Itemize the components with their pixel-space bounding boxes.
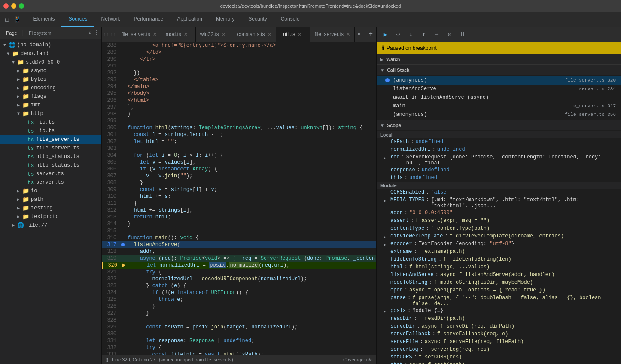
sidebar-item-http-status-1[interactable]: ts http_status.ts bbox=[0, 152, 101, 161]
file-tab-nav[interactable]: ⬚ ⬚ bbox=[102, 27, 117, 42]
sidebar-more-icon[interactable]: » bbox=[89, 30, 92, 36]
sidebar-item-file[interactable]: ▶ 🌐 file:// bbox=[0, 221, 101, 230]
scope-modeToString[interactable]: modeToString : f modeToString(isDir, may… bbox=[377, 279, 621, 287]
tab-performance[interactable]: Performance bbox=[127, 12, 170, 27]
scope-serveFallback[interactable]: serveFallback : f serveFallback(req, e) bbox=[377, 331, 621, 338]
file-tab-file-server-2[interactable]: file_server.ts ✕ bbox=[310, 27, 355, 42]
close-icon[interactable]: ✕ bbox=[298, 32, 301, 37]
step-over-button[interactable]: ⤻ bbox=[393, 29, 403, 39]
scope-fileLenToString[interactable]: fileLenToString : f fileLenToString(len) bbox=[377, 256, 621, 264]
tab-security[interactable]: Security bbox=[241, 12, 274, 27]
tab-console[interactable]: Console bbox=[274, 12, 307, 27]
new-tab-button[interactable]: + bbox=[365, 27, 376, 42]
scope-MEDIA_TYPES[interactable]: ▶ MEDIA_TYPES : {.md: "text/markdown", .… bbox=[377, 197, 621, 209]
sidebar-item-http-status-2[interactable]: ts http_status.ts bbox=[0, 161, 101, 170]
file-tab-file-server-1[interactable]: file_server.ts ✕ bbox=[117, 27, 161, 42]
scope-header[interactable]: ▼ Scope bbox=[377, 120, 621, 130]
tab-network[interactable]: Network bbox=[94, 12, 127, 27]
call-stack-item-1[interactable]: listenAndServe server.ts:284 bbox=[377, 85, 621, 93]
sidebar-item-io-ts-1[interactable]: ts _io.ts bbox=[0, 118, 101, 127]
call-stack-item-4[interactable]: (anonymous) file_server.ts:356 bbox=[377, 110, 621, 119]
scope-parse[interactable]: parse : f parse(args, { "--": doubleDash… bbox=[377, 294, 621, 307]
close-icon[interactable]: ✕ bbox=[153, 32, 157, 37]
scope-setCORS[interactable]: setCORS : f setCORS(res) bbox=[377, 354, 621, 361]
sidebar-item-io-ts-2[interactable]: ts _io.ts bbox=[0, 127, 101, 135]
sidebar-tab-filesystem[interactable]: Filesystem bbox=[24, 30, 56, 36]
scope-this[interactable]: this : undefined bbox=[377, 174, 621, 182]
scope-contentType[interactable]: contentType : f contentType(path) bbox=[377, 225, 621, 233]
scope-serveFile[interactable]: serveFile : async f serveFile(req, fileP… bbox=[377, 338, 621, 346]
close-button[interactable] bbox=[3, 3, 9, 9]
tab-elements[interactable]: Elements bbox=[26, 12, 61, 27]
close-icon[interactable]: ✕ bbox=[184, 32, 188, 37]
sidebar-item-path[interactable]: ▶ 📁 path bbox=[0, 195, 101, 204]
scope-listenAndServe[interactable]: listenAndServe : async f listenAndServe(… bbox=[377, 271, 621, 279]
sidebar-item-flags[interactable]: ▶ 📁 flags bbox=[0, 92, 101, 101]
step-button[interactable]: → bbox=[432, 29, 442, 39]
file-tab-util[interactable]: _util.ts ✕ bbox=[276, 27, 310, 42]
call-stack-header[interactable]: ▼ Call Stack bbox=[377, 65, 621, 75]
tab-application[interactable]: Application bbox=[170, 12, 209, 27]
sidebar-item-fmt[interactable]: ▶ 📁 fmt bbox=[0, 101, 101, 109]
scope-serveDir[interactable]: serveDir : async f serveDir(req, dirPath… bbox=[377, 323, 621, 331]
sidebar-item-server-2[interactable]: ts server.ts bbox=[0, 178, 101, 187]
scope-stat[interactable]: stat : async f stat(path) bbox=[377, 361, 621, 364]
scope-open[interactable]: open : async f open(path, options = { re… bbox=[377, 287, 621, 294]
scope-assert[interactable]: assert : f assert(expr, msg = "") bbox=[377, 217, 621, 225]
sidebar-item-bytes[interactable]: ▶ 📁 bytes bbox=[0, 75, 101, 84]
scope-addr[interactable]: addr : "0.0.0.0:4500" bbox=[377, 209, 621, 217]
scope-html[interactable]: html : f html(strings, ...values) bbox=[377, 264, 621, 271]
scope-normalizedUrl[interactable]: normalizedUrl : undefined bbox=[377, 146, 621, 154]
code-editor[interactable]: 288 <a href="${entry.url}">${entry.name}… bbox=[102, 42, 376, 355]
call-stack-item-3[interactable]: main file_server.ts:317 bbox=[377, 102, 621, 110]
sidebar-item-denoland[interactable]: ▼ 📁 deno.land bbox=[0, 49, 101, 58]
scope-response[interactable]: response : undefined bbox=[377, 167, 621, 174]
sidebar-item-textproto[interactable]: ▶ 📁 textproto bbox=[0, 212, 101, 221]
sidebar-item-testing[interactable]: ▶ 📁 testing bbox=[0, 204, 101, 212]
sidebar-item-io[interactable]: ▶ 📁 io bbox=[0, 187, 101, 195]
mobile-icon[interactable]: 📱 bbox=[12, 15, 23, 24]
close-icon[interactable]: ✕ bbox=[222, 32, 225, 37]
scope-readDir[interactable]: readDir : f readDir(path) bbox=[377, 315, 621, 323]
sidebar-tab-page[interactable]: Page bbox=[2, 30, 21, 36]
nav-more-icon[interactable]: ⋮ bbox=[609, 12, 621, 27]
inspect-icon[interactable]: ⬚ bbox=[3, 15, 10, 24]
pause-on-exceptions-button[interactable]: ⏸ bbox=[457, 29, 468, 39]
scope-encoder[interactable]: ▶ encoder : TextEncoder {encoding: "utf-… bbox=[377, 240, 621, 248]
file-tab-constants[interactable]: _constants.ts ✕ bbox=[230, 27, 276, 42]
sidebar-item-encoding[interactable]: ▶ 📁 encoding bbox=[0, 84, 101, 92]
scope-extname[interactable]: extname : f extname(path) bbox=[377, 248, 621, 256]
file-tab-mod[interactable]: mod.ts ✕ bbox=[161, 27, 196, 42]
sidebar-controls-icon[interactable]: ⋮ bbox=[94, 29, 100, 36]
watch-header[interactable]: ▶ Watch bbox=[377, 54, 621, 64]
tab-sources[interactable]: Sources bbox=[61, 12, 94, 27]
window-controls[interactable] bbox=[3, 3, 24, 9]
close-icon[interactable]: ✕ bbox=[268, 32, 271, 37]
sidebar-item-http[interactable]: ▼ 📁 http bbox=[0, 109, 101, 118]
minimize-button[interactable] bbox=[11, 3, 16, 9]
file-tab-win32[interactable]: win32.ts ✕ bbox=[196, 27, 230, 42]
sidebar-item-file-server-selected[interactable]: ts file_server.ts bbox=[0, 135, 101, 144]
close-icon[interactable]: ✕ bbox=[346, 32, 350, 37]
sidebar-item-no-domain[interactable]: ▼ 🌐 (no domain) bbox=[0, 41, 101, 49]
scope-dirViewerTemplate[interactable]: ▶ dirViewerTemplate : f dirViewerTemplat… bbox=[377, 233, 621, 240]
resume-button[interactable]: ▶ bbox=[380, 29, 390, 39]
file-tabs-more-icon[interactable]: » bbox=[355, 27, 363, 42]
status-source-map[interactable]: (source mapped from file_server.ts) bbox=[159, 357, 233, 362]
scope-CORSEnabled[interactable]: CORSEnabled : false bbox=[377, 189, 621, 197]
sidebar-item-std[interactable]: ▼ 📁 std@v0.50.0 bbox=[0, 58, 101, 67]
tab-memory[interactable]: Memory bbox=[209, 12, 241, 27]
scope-posix[interactable]: ▶ posix : Module {…} bbox=[377, 307, 621, 315]
sidebar-item-file-server-2[interactable]: ts file_server.ts bbox=[0, 144, 101, 152]
sidebar-item-server-1[interactable]: ts server.ts bbox=[0, 170, 101, 178]
call-stack-item-2[interactable]: await in listenAndServe (async) bbox=[377, 93, 621, 102]
status-bracket[interactable]: {} bbox=[105, 357, 108, 362]
fullscreen-button[interactable] bbox=[19, 3, 24, 9]
scope-fsPath[interactable]: fsPath : undefined bbox=[377, 138, 621, 146]
step-into-button[interactable]: ⬇ bbox=[406, 29, 416, 39]
step-out-button[interactable]: ⬆ bbox=[419, 29, 429, 39]
deactivate-breakpoints-button[interactable]: ⊘ bbox=[444, 29, 455, 39]
sidebar-item-async[interactable]: ▶ 📁 async bbox=[0, 67, 101, 75]
scope-req[interactable]: ▶ req : ServerRequest {done: Promise, _c… bbox=[377, 154, 621, 167]
scope-serverLog[interactable]: serverLog : f serverLog(req, res) bbox=[377, 346, 621, 354]
